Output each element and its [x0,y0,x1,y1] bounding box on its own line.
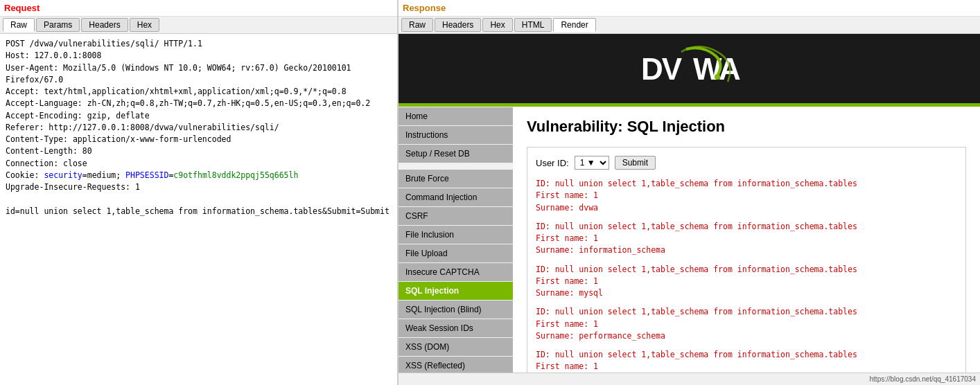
request-line-3: User-Agent: Mozilla/5.0 (Windows NT 10.0… [6,62,392,74]
sidebar-item-sql-injection-blind[interactable]: SQL Injection (Blind) [399,301,513,319]
request-line-1: POST /dvwa/vulnerabilities/sqli/ HTTP/1.… [6,38,392,50]
response-tabs: Raw Headers Hex HTML Render [399,17,980,34]
cookie-phpsessid-value: c9otfhml8vddk2ppqj55q665lh [173,170,298,180]
request-wrapper: POST /dvwa/vulnerabilities/sqli/ HTTP/1.… [0,34,397,385]
sidebar-item-file-upload[interactable]: File Upload [399,244,513,262]
tab-render-resp[interactable]: Render [553,18,595,32]
request-line-11: Connection: close [6,158,392,170]
tab-headers-resp[interactable]: Headers [435,18,481,32]
request-line-8: Referer: http://127.0.0.1:8008/dvwa/vuln… [6,122,392,134]
result-id-4: ID: null union select 1,table_schema fro… [536,306,957,318]
sidebar-item-home[interactable]: Home [399,107,513,125]
result-id-2: ID: null union select 1,table_schema fro… [536,221,957,233]
tab-params[interactable]: Params [36,18,80,32]
dvwa-header: DV WA [399,34,980,103]
user-id-label: User ID: [536,158,569,168]
result-firstname-3: First name: 1 [536,276,957,287]
svg-point-2 [715,74,720,80]
cookie-phpsessid-key: PHPSESSID [125,170,168,180]
sidebar-item-sql-injection[interactable]: SQL Injection [399,282,513,300]
response-header: Response [399,0,980,17]
dvwa-outer: DV WA Home Instructions Setup / Reset DB… [399,34,980,385]
sidebar-item-file-inclusion[interactable]: File Inclusion [399,226,513,244]
dvwa-body: Home Instructions Setup / Reset DB Brute… [399,107,980,373]
result-surname-2: Surname: information_schema [536,244,957,256]
sidebar-item-xss-reflected[interactable]: XSS (Reflected) [399,357,513,373]
request-tabs: Raw Params Headers Hex [0,17,397,34]
user-id-select[interactable]: 1 ▼ [575,156,609,170]
request-line-6: Accept-Language: zh-CN,zh;q=0.8,zh-TW;q=… [6,98,392,109]
request-line-10: Content-Length: 80 [6,145,392,157]
request-query: id=null union select 1,table_schema from… [6,206,392,217]
result-surname-1: Surname: dvwa [536,202,957,214]
cookie-security-key: security [44,170,82,180]
result-block-5: ID: null union select 1,table_schema fro… [536,349,957,373]
sidebar: Home Instructions Setup / Reset DB Brute… [399,107,513,373]
right-panel: Response Raw Headers Hex HTML Render DV … [399,0,980,385]
result-id-5: ID: null union select 1,table_schema fro… [536,349,957,361]
request-line-9: Content-Type: application/x-www-form-url… [6,134,392,145]
request-line-12: Upgrade-Insecure-Requests: 1 [6,181,392,193]
sidebar-item-instructions[interactable]: Instructions [399,126,513,144]
tab-hex-resp[interactable]: Hex [482,18,512,32]
tab-raw-resp[interactable]: Raw [401,18,433,32]
tab-html-resp[interactable]: HTML [514,18,552,32]
sidebar-item-csrf[interactable]: CSRF [399,207,513,225]
dvwa-logo-svg: DV WA [634,44,745,92]
sidebar-item-xss-dom[interactable]: XSS (DOM) [399,338,513,356]
result-block-4: ID: null union select 1,table_schema fro… [536,306,957,342]
submit-button[interactable]: Submit [615,156,656,170]
result-block-3: ID: null union select 1,table_schema fro… [536,264,957,300]
user-id-row: User ID: 1 ▼ Submit [536,156,957,170]
result-firstname-5: First name: 1 [536,361,957,373]
sidebar-item-command-injection[interactable]: Command Injection [399,188,513,206]
left-panel: Request Raw Params Headers Hex POST /dvw… [0,0,399,385]
status-bar: https://blog.csdn.net/qq_41617034 [399,373,980,385]
request-line-5: Accept: text/html,application/xhtml+xml,… [6,86,392,98]
result-id-1: ID: null union select 1,table_schema fro… [536,178,957,190]
sidebar-item-brute-force[interactable]: Brute Force [399,170,513,188]
result-id-3: ID: null union select 1,table_schema fro… [536,264,957,276]
result-firstname-4: First name: 1 [536,319,957,330]
tab-hex[interactable]: Hex [130,18,159,32]
svg-text:DV: DV [641,52,683,86]
content-box: User ID: 1 ▼ Submit ID: null union selec… [527,147,966,373]
sidebar-item-weak-session-ids[interactable]: Weak Session IDs [399,319,513,337]
request-line-cookie: Cookie: security=medium; PHPSESSID=c9otf… [6,170,392,181]
request-header: Request [0,0,397,17]
result-firstname-1: First name: 1 [536,190,957,202]
request-text: POST /dvwa/vulnerabilities/sqli/ HTTP/1.… [0,34,397,385]
result-block-1: ID: null union select 1,table_schema fro… [536,178,957,214]
tab-headers[interactable]: Headers [81,18,128,32]
result-surname-4: Surname: performance_schema [536,330,957,342]
request-line-2: Host: 127.0.0.1:8008 [6,50,392,62]
main-content: Vulnerability: SQL Injection User ID: 1 … [513,107,980,373]
result-firstname-2: First name: 1 [536,233,957,244]
result-block-2: ID: null union select 1,table_schema fro… [536,221,957,257]
dvwa-logo: DV WA [634,44,745,94]
sidebar-gap [399,163,513,169]
page-title: Vulnerability: SQL Injection [527,118,966,136]
result-surname-3: Surname: mysql [536,287,957,299]
sidebar-item-setup[interactable]: Setup / Reset DB [399,145,513,163]
request-blank [6,193,392,205]
sidebar-item-insecure-captcha[interactable]: Insecure CAPTCHA [399,263,513,281]
request-line-4: Firefox/67.0 [6,74,392,86]
tab-raw[interactable]: Raw [3,18,35,32]
status-url: https://blog.csdn.net/qq_41617034 [870,375,976,383]
request-line-7: Accept-Encoding: gzip, deflate [6,110,392,122]
